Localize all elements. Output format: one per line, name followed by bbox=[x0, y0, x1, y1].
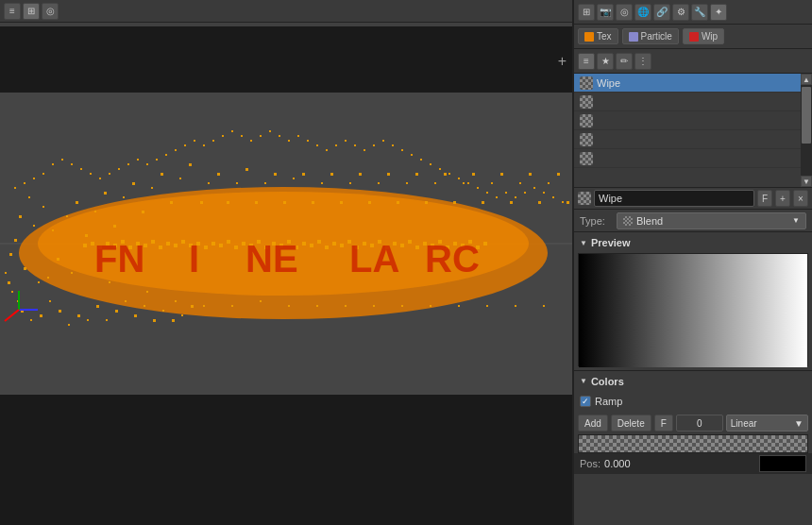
svg-rect-155 bbox=[430, 163, 431, 165]
svg-rect-54 bbox=[162, 310, 164, 312]
svg-rect-84 bbox=[387, 173, 390, 176]
svg-rect-153 bbox=[411, 154, 413, 156]
topbar-icon-link[interactable]: 🔗 bbox=[653, 4, 670, 21]
delete-btn[interactable]: Delete bbox=[611, 415, 651, 432]
list-item-wipe[interactable]: Wipe bbox=[574, 74, 801, 93]
svg-rect-73 bbox=[288, 305, 290, 307]
svg-rect-145 bbox=[335, 144, 337, 146]
num-field[interactable]: 0 bbox=[676, 415, 723, 432]
svg-rect-140 bbox=[288, 140, 290, 142]
icon-row-layers[interactable]: ≡ bbox=[578, 53, 595, 70]
viewport[interactable]: ≡ ⊞ ◎ bbox=[0, 0, 574, 525]
list-item-check-2 bbox=[580, 95, 593, 109]
viewport-plus-icon[interactable]: + bbox=[558, 53, 567, 70]
topbar-icon-camera[interactable]: ◎ bbox=[616, 4, 633, 21]
list-item-3[interactable] bbox=[574, 111, 801, 130]
preview-arrow: ▼ bbox=[580, 239, 587, 247]
scene-container: FN I NE LA RC + bbox=[0, 26, 572, 525]
f-btn[interactable]: F bbox=[654, 415, 673, 432]
svg-rect-12 bbox=[24, 267, 26, 270]
right-topbar: ⊞ 📷 ◎ 🌐 🔗 ⚙ 🔧 ✦ bbox=[574, 0, 812, 25]
svg-rect-130 bbox=[194, 140, 195, 142]
list-item-5[interactable] bbox=[574, 149, 801, 168]
svg-rect-32 bbox=[179, 178, 181, 179]
preview-header: ▼ Preview bbox=[574, 232, 812, 253]
svg-rect-70 bbox=[283, 201, 286, 204]
svg-rect-188 bbox=[219, 244, 223, 247]
svg-rect-26 bbox=[109, 281, 110, 283]
svg-rect-66 bbox=[255, 201, 258, 204]
list-scrollbar[interactable]: ▲ ▼ bbox=[801, 74, 812, 187]
list-item-2[interactable] bbox=[574, 93, 801, 111]
topbar-icon-world[interactable]: 🌐 bbox=[634, 4, 651, 21]
svg-rect-117 bbox=[71, 163, 73, 165]
svg-rect-128 bbox=[175, 149, 177, 151]
svg-rect-167 bbox=[543, 192, 545, 194]
gradient-bar[interactable] bbox=[578, 434, 808, 453]
tab-wip[interactable]: Wip bbox=[683, 28, 724, 44]
svg-rect-90 bbox=[425, 201, 428, 204]
tab-particle[interactable]: Particle bbox=[622, 28, 679, 44]
icon-row-star[interactable]: ★ bbox=[597, 53, 614, 70]
tab-tex[interactable]: Tex bbox=[578, 28, 618, 44]
svg-rect-71 bbox=[293, 178, 295, 179]
svg-rect-137 bbox=[260, 135, 262, 137]
topbar-icon-modifier[interactable]: 🔧 bbox=[691, 4, 708, 21]
color-swatch[interactable] bbox=[759, 455, 806, 472]
svg-rect-6 bbox=[19, 215, 22, 218]
svg-rect-148 bbox=[364, 149, 365, 151]
svg-rect-134 bbox=[231, 130, 233, 132]
topbar-icon-settings[interactable]: ⚙ bbox=[672, 4, 689, 21]
type-dropdown[interactable]: Blend ▼ bbox=[617, 212, 806, 229]
svg-rect-75 bbox=[321, 182, 323, 184]
topbar-icon-grid[interactable]: ⊞ bbox=[578, 4, 595, 21]
svg-rect-68 bbox=[274, 173, 277, 176]
svg-rect-89 bbox=[401, 305, 403, 307]
svg-rect-83 bbox=[378, 182, 380, 184]
svg-rect-138 bbox=[269, 130, 271, 132]
type-dropdown-icon bbox=[623, 216, 633, 226]
viewport-icon-1[interactable]: ≡ bbox=[4, 3, 21, 20]
dropdown-arrow: ▼ bbox=[792, 216, 800, 225]
icon-row-brush[interactable]: ✏ bbox=[616, 53, 633, 70]
svg-rect-91 bbox=[434, 182, 436, 184]
svg-rect-162 bbox=[496, 196, 498, 198]
svg-rect-45 bbox=[77, 314, 80, 317]
list-item-4[interactable] bbox=[574, 130, 801, 149]
topbar-icon-particles[interactable]: ✦ bbox=[710, 4, 727, 21]
list-item-check-3 bbox=[580, 114, 593, 127]
svg-rect-97 bbox=[458, 305, 460, 307]
svg-rect-201 bbox=[317, 240, 321, 244]
viewport-icon-3[interactable]: ◎ bbox=[42, 3, 59, 20]
ramp-checkbox[interactable]: ✓ bbox=[580, 396, 591, 407]
add-btn[interactable]: Add bbox=[578, 415, 608, 432]
svg-rect-164 bbox=[515, 196, 516, 198]
svg-rect-123 bbox=[127, 163, 129, 165]
icon-row-dots[interactable]: ⋮ bbox=[634, 53, 651, 70]
scrollbar-thumb[interactable] bbox=[802, 87, 811, 144]
scrollbar-up-btn[interactable]: ▲ bbox=[801, 74, 812, 85]
svg-rect-151 bbox=[392, 144, 394, 146]
list-area: Wipe ▲ ▼ bbox=[574, 74, 812, 187]
svg-rect-110 bbox=[567, 201, 569, 204]
svg-rect-106 bbox=[538, 201, 541, 204]
name-remove-btn[interactable]: × bbox=[793, 190, 808, 207]
name-field[interactable] bbox=[594, 190, 754, 207]
name-f-btn[interactable]: F bbox=[757, 190, 772, 207]
svg-rect-78 bbox=[340, 201, 343, 204]
interp-arrow: ▼ bbox=[794, 418, 804, 429]
tab-particle-label: Particle bbox=[641, 31, 672, 42]
name-add-btn[interactable]: + bbox=[775, 190, 790, 207]
topbar-icon-render[interactable]: 📷 bbox=[597, 4, 614, 21]
svg-rect-161 bbox=[486, 192, 488, 194]
svg-rect-31 bbox=[170, 201, 173, 204]
svg-rect-13 bbox=[38, 281, 40, 283]
interpolation-dropdown[interactable]: Linear ▼ bbox=[726, 415, 808, 432]
viewport-icon-2[interactable]: ⊞ bbox=[23, 3, 40, 20]
svg-rect-213 bbox=[408, 240, 412, 244]
svg-rect-105 bbox=[515, 305, 516, 307]
svg-rect-202 bbox=[325, 246, 329, 249]
svg-rect-199 bbox=[302, 242, 306, 246]
svg-rect-126 bbox=[156, 159, 158, 161]
scrollbar-down-btn[interactable]: ▼ bbox=[801, 176, 812, 187]
